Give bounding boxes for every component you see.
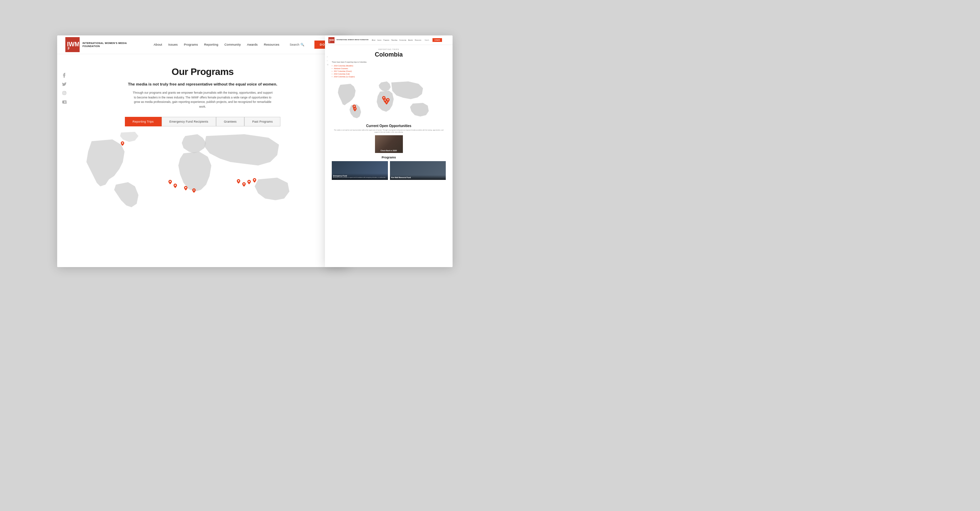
map-container — [71, 130, 334, 208]
left-navbar: IWM F INTERNATIONAL WOMEN'S MEDIA FOUNDA… — [57, 35, 348, 54]
twitter-icon[interactable] — [62, 82, 67, 86]
map-pin-9[interactable] — [253, 178, 256, 183]
check-back-overlay: Check Back in 2020! — [375, 148, 403, 153]
program-card-emergency-overlay: Emergency Fund Assisting women journalis… — [332, 173, 388, 180]
right-twitter-icon[interactable]: t — [327, 60, 329, 62]
right-logo-icon: IWM F — [328, 37, 334, 43]
tab-past-programs[interactable]: Past Programs — [244, 117, 280, 126]
trips-list: 2019 Colombia (Medellin) Adelante Grante… — [332, 65, 446, 78]
program-card-emergency[interactable]: Emergency Fund Assisting women journalis… — [332, 161, 388, 180]
hero-description: Through our programs and grants we empow… — [131, 91, 274, 109]
search-icon: 🔍 — [301, 43, 304, 46]
svg-text:F: F — [68, 47, 70, 50]
map-pin-3[interactable] — [173, 184, 177, 188]
search-box[interactable]: Search 🔍 — [290, 43, 304, 46]
right-donate-button[interactable]: DONATE — [433, 38, 442, 42]
hero-subtitle: The media is not truly free and represen… — [78, 81, 328, 87]
nav-about[interactable]: About — [154, 43, 162, 46]
svg-point-4 — [64, 92, 65, 94]
trips-intro: There have been 5 reporting trips to Col… — [332, 61, 446, 63]
page-title: Our Programs — [78, 66, 328, 77]
map-pin-4[interactable] — [184, 186, 188, 190]
nav-community[interactable]: Community — [224, 43, 241, 46]
breadcrumb: REPORTING TRIPS — [332, 48, 446, 50]
right-facebook-icon[interactable]: f — [327, 56, 329, 58]
opportunities-desc: The media is not truly free and represen… — [332, 129, 446, 133]
right-nav-awards[interactable]: Awards — [408, 39, 413, 41]
logo-icon: IWM F — [65, 37, 80, 52]
check-back-card[interactable]: Check Back in 2020! — [375, 135, 403, 153]
right-search[interactable]: Search — [425, 39, 429, 41]
tab-emergency-fund[interactable]: Emergency Fund Recipients — [162, 117, 216, 126]
map-pin-6[interactable] — [237, 179, 240, 184]
program-card-kim-title: Kim Wall Memorial Fund — [391, 176, 445, 179]
program-card-emergency-desc: Assisting women journalists in urgent ne… — [333, 177, 387, 179]
program-card-kim-overlay: Kim Wall Memorial Fund — [390, 175, 446, 180]
map-pin-1[interactable] — [121, 141, 124, 146]
trip-item-5[interactable]: 2018 Colombia (La Guajira) — [332, 76, 446, 78]
right-nav-programs[interactable]: Programs — [383, 39, 389, 41]
hero-section: Our Programs The media is not truly free… — [57, 54, 348, 109]
right-nav-community[interactable]: Community — [399, 39, 406, 41]
right-nav-about[interactable]: About — [372, 39, 375, 41]
nav-awards[interactable]: Awards — [247, 43, 258, 46]
right-nav-reporting[interactable]: Reporting — [391, 39, 397, 41]
nav-issues[interactable]: Issues — [169, 43, 178, 46]
right-logo-text: INTERNATIONAL WOMEN'S MEDIA FOUNDATION — [337, 39, 369, 41]
facebook-icon[interactable] — [62, 73, 67, 78]
trip-item-2[interactable]: Adelante Grantees — [332, 67, 446, 70]
program-card-kim-wall[interactable]: Kim Wall Memorial Fund — [390, 161, 446, 180]
programs-section: Programs Emergency Fund Assisting women … — [325, 153, 453, 180]
trip-item-3[interactable]: 2017 Colombia (Chocó) — [332, 70, 446, 72]
logo[interactable]: IWM F INTERNATIONAL WOMEN'S MEDIA FOUNDA… — [65, 37, 143, 52]
colombia-title: Colombia — [332, 51, 446, 58]
nav-programs[interactable]: Programs — [184, 43, 198, 46]
nav-resources[interactable]: Resources — [264, 43, 279, 46]
window-right: IWM F INTERNATIONAL WOMEN'S MEDIA FOUNDA… — [325, 35, 453, 267]
window-left: IWM F INTERNATIONAL WOMEN'S MEDIA FOUNDA… — [57, 35, 348, 267]
programs-title: Programs — [332, 156, 446, 159]
opportunities-title: Current Open Opportunities — [332, 124, 446, 128]
map-pin-8[interactable] — [247, 180, 251, 184]
right-instagram-icon[interactable]: ig — [327, 63, 329, 65]
social-sidebar — [62, 73, 67, 104]
left-nav-links: About Issues Programs Reporting Communit… — [154, 40, 340, 49]
right-social-sidebar: f t ig — [327, 56, 329, 65]
trip-item-4[interactable]: 2016 Colombia (Cali) — [332, 73, 446, 75]
map-pin-7[interactable] — [242, 182, 246, 187]
right-world-map — [325, 80, 453, 121]
tab-grantees[interactable]: Grantees — [216, 117, 244, 126]
right-page-content: REPORTING TRIPS Colombia There have been… — [325, 45, 453, 78]
opportunities-section: Current Open Opportunities The media is … — [325, 121, 453, 153]
svg-text:F: F — [329, 41, 331, 43]
youtube-icon[interactable] — [62, 99, 67, 104]
right-nav-resources[interactable]: Resources — [415, 39, 421, 41]
right-navbar: IWM F INTERNATIONAL WOMEN'S MEDIA FOUNDA… — [325, 35, 453, 45]
nav-reporting[interactable]: Reporting — [204, 43, 218, 46]
trip-item-1[interactable]: 2019 Colombia (Medellin) — [332, 65, 446, 67]
right-map — [325, 80, 453, 121]
instagram-icon[interactable] — [62, 91, 67, 96]
map-pin-2[interactable] — [169, 180, 172, 184]
tab-reporting-trips[interactable]: Reporting Trips — [125, 117, 162, 126]
right-nav-links: About Issues Programs Reporting Communit… — [372, 39, 421, 41]
programs-cards: Emergency Fund Assisting women journalis… — [332, 161, 446, 180]
check-back-text: Check Back in 2020! — [376, 150, 401, 152]
map-pin-5[interactable] — [192, 188, 196, 193]
search-label: Search — [290, 43, 299, 46]
tabs-row: Reporting Trips Emergency Fund Recipient… — [84, 117, 321, 126]
logo-text: INTERNATIONAL WOMEN'S MEDIA FOUNDATION — [82, 42, 143, 48]
world-map — [71, 130, 334, 208]
right-nav-issues[interactable]: Issues — [377, 39, 382, 41]
svg-rect-3 — [63, 91, 66, 95]
scene: IWM F INTERNATIONAL WOMEN'S MEDIA FOUNDA… — [0, 0, 980, 511]
